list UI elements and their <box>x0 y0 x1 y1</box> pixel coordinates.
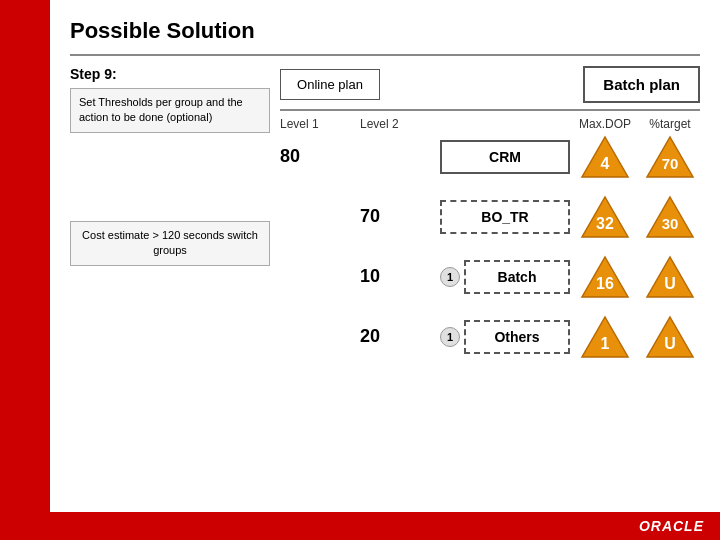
level1-value: 80 <box>280 146 360 167</box>
maxdop-triangle: 1 <box>580 315 630 359</box>
group-col: BO_TR <box>440 200 570 234</box>
svg-text:U: U <box>664 335 676 352</box>
step-label: Step 9: <box>70 66 270 82</box>
maxdop-triangle: 32 <box>580 195 630 239</box>
pct-cell: 30 <box>640 195 700 239</box>
group-box: Others <box>464 320 570 354</box>
maxdop-header: Max.DOP <box>570 117 640 131</box>
maxdop-triangle: 16 <box>580 255 630 299</box>
maxdop-cell: 1 <box>570 315 640 359</box>
data-rows: 80CRM 4 70 70BO_TR 32 30 101Batch 16 U 2… <box>280 135 700 367</box>
svg-text:16: 16 <box>596 275 614 292</box>
table-row: 70BO_TR 32 30 <box>280 195 700 239</box>
page-title: Possible Solution <box>50 0 720 54</box>
oracle-footer: ORACLE <box>0 512 720 540</box>
group-col: CRM <box>440 140 570 174</box>
online-plan-box: Online plan <box>280 69 380 100</box>
level2-value: 70 <box>360 206 440 227</box>
mid-divider <box>280 109 700 111</box>
batch-plan-box: Batch plan <box>583 66 700 103</box>
pct-triangle: 30 <box>645 195 695 239</box>
table-row: 80CRM 4 70 <box>280 135 700 179</box>
plan-row: Online plan Batch plan <box>280 66 700 103</box>
col-headers: Level 1 Level 2 Max.DOP %target <box>280 117 700 131</box>
red-accent-bar <box>0 0 50 540</box>
level1-header: Level 1 <box>280 117 360 131</box>
pct-header: %target <box>640 117 700 131</box>
maxdop-triangle: 4 <box>580 135 630 179</box>
level2-value: 10 <box>360 266 440 287</box>
cost-estimate-box: Cost estimate > 120 seconds switch group… <box>70 221 270 266</box>
svg-text:1: 1 <box>601 335 610 352</box>
svg-text:U: U <box>664 275 676 292</box>
group-col: 1Batch <box>440 260 570 294</box>
group-box: BO_TR <box>440 200 570 234</box>
pct-cell: 70 <box>640 135 700 179</box>
pct-cell: U <box>640 255 700 299</box>
maxdop-cell: 16 <box>570 255 640 299</box>
svg-text:70: 70 <box>662 155 679 172</box>
left-panel: Step 9: Set Thresholds per group and the… <box>70 66 270 446</box>
content-area: Step 9: Set Thresholds per group and the… <box>50 56 720 456</box>
level2-header: Level 2 <box>360 117 440 131</box>
diagram-area: Online plan Batch plan Level 1 Level 2 M… <box>280 66 700 446</box>
group-badge: 1 <box>440 327 460 347</box>
table-row: 201Others 1 U <box>280 315 700 359</box>
group-box: Batch <box>464 260 570 294</box>
group-col: 1Others <box>440 320 570 354</box>
oracle-logo: ORACLE <box>639 518 704 534</box>
level2-value: 20 <box>360 326 440 347</box>
pct-triangle: U <box>645 255 695 299</box>
svg-text:32: 32 <box>596 215 614 232</box>
svg-text:30: 30 <box>662 215 679 232</box>
maxdop-cell: 4 <box>570 135 640 179</box>
step-description: Set Thresholds per group and the action … <box>70 88 270 133</box>
pct-triangle: 70 <box>645 135 695 179</box>
pct-cell: U <box>640 315 700 359</box>
svg-text:4: 4 <box>601 155 610 172</box>
group-box: CRM <box>440 140 570 174</box>
table-row: 101Batch 16 U <box>280 255 700 299</box>
main-content: Possible Solution Step 9: Set Thresholds… <box>50 0 720 540</box>
maxdop-cell: 32 <box>570 195 640 239</box>
group-badge: 1 <box>440 267 460 287</box>
pct-triangle: U <box>645 315 695 359</box>
